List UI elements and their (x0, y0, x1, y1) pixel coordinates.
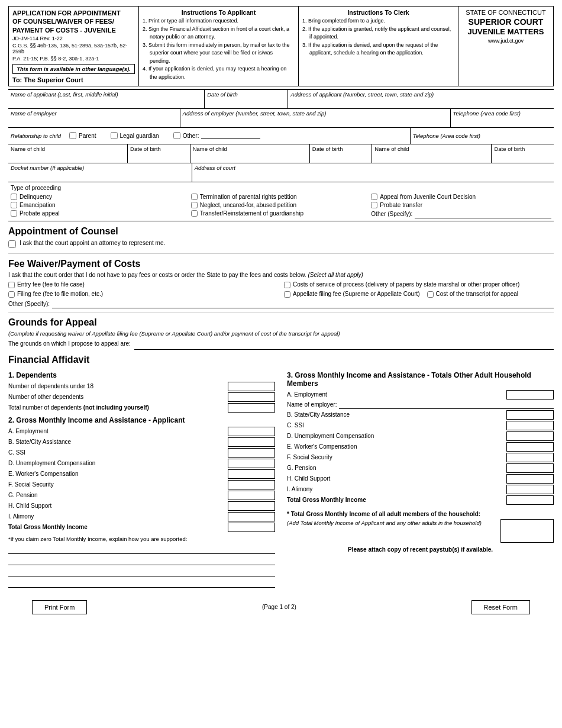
child1-dob-input[interactable] (130, 152, 188, 162)
proceeding-title: Type of proceeding (11, 185, 551, 191)
other-relationship-checkbox[interactable] (173, 132, 180, 139)
support-line-2 (8, 556, 275, 565)
available-languages: This form is available in other language… (12, 64, 135, 74)
fee-appellate-checkbox[interactable] (284, 291, 290, 298)
support-line-3 (8, 567, 275, 576)
applicant-dob-input[interactable] (207, 98, 285, 107)
fee-entry-checkbox[interactable] (8, 282, 15, 288)
financial-title: Financial Affidavit (8, 355, 554, 365)
grounds-input[interactable] (134, 341, 554, 347)
income-applicant-item-label-1: B. State/City Assistance (8, 439, 71, 445)
employer-address-input[interactable] (183, 117, 448, 126)
income-applicant-item-box-1 (228, 437, 275, 447)
dep-under18-label: Number of dependents under 18 (8, 383, 93, 389)
dep-total-label: Total number of dependents (not includin… (8, 404, 149, 411)
child2-name-input[interactable] (193, 152, 307, 162)
income-other-item-6: G. Pension (287, 463, 554, 473)
appointment-title: Appointment of Counsel (8, 226, 554, 237)
child2-dob-input[interactable] (312, 152, 370, 162)
other-fee-input[interactable] (52, 300, 554, 307)
applicant-dob-label: Date of birth (207, 91, 285, 98)
reset-button[interactable]: Reset Form (471, 600, 530, 614)
transfer-checkbox[interactable] (191, 210, 198, 217)
fee-service-checkbox[interactable] (284, 282, 290, 288)
fee-filing-checkbox[interactable] (8, 291, 15, 298)
income-applicant-item-7: H. Child Support (8, 501, 275, 511)
probate-appeal-checkbox[interactable] (11, 210, 17, 217)
child2-dob-label: Date of birth (312, 146, 370, 152)
support-line-1 (8, 545, 275, 554)
income-other-title: 3. Gross Monthly Income and Assistance -… (287, 371, 554, 388)
support-input-2[interactable] (8, 556, 275, 563)
income-other-item-3: D. Unemployment Compensation (287, 431, 554, 441)
income-other-item-box-1 (506, 410, 554, 420)
income-applicant-item-box-8 (228, 512, 275, 521)
total-all-label: * Total Gross Monthly Income of all adul… (287, 511, 480, 517)
docket-row: Docket number (If applicable) Address of… (8, 163, 554, 182)
delinquency-checkbox[interactable] (11, 194, 17, 200)
employer-tel-input[interactable] (453, 117, 551, 126)
child3-dob-input[interactable] (494, 152, 551, 162)
income-other-item-label-3: D. Unemployment Compensation (287, 433, 374, 439)
fee-entry: Entry fee (fee to file case) (8, 281, 278, 288)
total-all-label-wrap: * Total Gross Monthly Income of all adul… (287, 511, 554, 517)
parent-checkbox[interactable] (69, 132, 76, 139)
support-input-4[interactable] (8, 579, 275, 585)
income-applicant-item-5: F. Social Security (8, 480, 275, 489)
income-other-item-box-3 (506, 431, 554, 441)
income-other-item-box-5 (506, 453, 554, 462)
parent-label: Parent (79, 133, 96, 139)
income-applicant-title: 2. Gross Monthly Income and Assistance -… (8, 416, 275, 424)
legal-guardian-checkbox-group: Legal guardian (111, 132, 159, 139)
other-proceeding-input[interactable] (415, 210, 551, 217)
income-applicant-item-box-4 (228, 469, 275, 479)
other-relationship-input[interactable] (201, 132, 260, 139)
probate-transfer-checkbox[interactable] (371, 202, 377, 208)
other-relationship-group: Other: (173, 132, 261, 139)
employer-name-cell: Name of employer (8, 109, 180, 127)
emancipation-checkbox[interactable] (11, 202, 17, 208)
appeal-checkbox[interactable] (371, 194, 377, 200)
support-input-1[interactable] (8, 545, 275, 552)
income-applicant-item-label-8: I. Alimony (8, 513, 34, 520)
address-court-input[interactable] (195, 171, 551, 181)
proc-probate-transfer: Probate transfer (371, 202, 551, 208)
neglect-checkbox[interactable] (191, 202, 198, 208)
print-button[interactable]: Print Form (32, 600, 87, 614)
employer-address-label: Address of employer (Number, street, tow… (183, 110, 448, 117)
total-all-note: (Add Total Monthly Income of Applicant a… (287, 519, 493, 527)
support-input-3[interactable] (8, 568, 275, 574)
fee-waiver-select: (Select all that apply) (308, 272, 363, 278)
income-other-item-box-7 (506, 474, 554, 484)
total-income-applicant: Total Gross Monthly Income (8, 523, 275, 532)
proc-probate-appeal: Probate appeal (11, 210, 191, 217)
employer-name-other-input[interactable] (339, 401, 554, 407)
relationship-label: Relationship to child (11, 133, 61, 139)
applicant-name-input[interactable] (11, 98, 202, 107)
footer: Print Form (Page 1 of 2) Reset Form (8, 597, 554, 618)
fee-service: Costs of service of process (delivery of… (284, 281, 554, 288)
termination-checkbox[interactable] (191, 194, 198, 200)
total-income-label: Total Gross Monthly Income (8, 524, 88, 530)
appoint-counsel-checkbox[interactable] (8, 240, 16, 248)
fee-transcript-checkbox[interactable] (427, 291, 434, 298)
employer-name-underline (339, 401, 554, 409)
employer-tel-label: Telephone (Area code first) (453, 110, 551, 117)
rel-tel-input[interactable] (480, 131, 551, 140)
legal-guardian-checkbox[interactable] (111, 132, 118, 139)
income-other-item-label-7: H. Child Support (287, 475, 330, 482)
docket-input[interactable] (11, 171, 189, 181)
income-other-employment-label: A. Employment (287, 391, 327, 398)
emancipation-label: Emancipation (20, 202, 56, 208)
child1-name-cell: Name of child (8, 144, 128, 163)
applicant-address-input[interactable] (290, 98, 551, 107)
proc-appeal: Appeal from Juvenile Court Decision (371, 194, 551, 200)
child3-name-input[interactable] (374, 152, 489, 162)
applicant-name-cell: Name of applicant (Last, first, middle i… (8, 90, 205, 108)
employer-name-input[interactable] (11, 117, 177, 126)
instr-clerk-1: 1. Bring completed form to a judge. (302, 17, 454, 25)
child1-name-input[interactable] (11, 152, 125, 162)
child3-dob-label: Date of birth (494, 146, 551, 152)
other-proceeding-line (415, 210, 551, 218)
income-applicant-item-box-6 (228, 491, 275, 500)
